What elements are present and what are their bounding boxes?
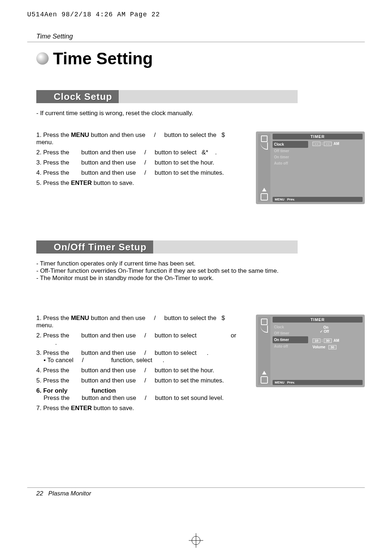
title-row: Time Setting [36, 49, 365, 68]
osd-header: TIMER [273, 134, 363, 139]
osd-icon-gear [261, 376, 268, 384]
osd-on-label: On [323, 325, 363, 329]
osd-sidebar [258, 134, 270, 202]
t: ENTER [71, 405, 92, 412]
t: button to select the [163, 315, 218, 321]
osd-off-label: Off [324, 329, 329, 333]
timer-steps: 1. Press the MENU button and then use / … [36, 315, 245, 415]
osd-icon-curve [261, 142, 268, 150]
osd-menu: Clock Off timer On timer Auto off [273, 141, 309, 195]
page-title: Time Setting [53, 49, 153, 68]
t: button and then use [80, 394, 138, 401]
osd-panel-clock: TIMER Clock Off timer On timer Auto off … [256, 131, 365, 204]
osd-menu-selected: On timer [273, 336, 308, 343]
t: / [145, 394, 147, 401]
t: / [144, 159, 146, 166]
t: • To cancel [44, 357, 75, 364]
step-4: 4. Press the button and then use / butto… [36, 367, 245, 374]
t: / [144, 367, 146, 374]
step-1: 1. Press the MENU button and then use / … [36, 315, 245, 329]
osd-hh: - - [313, 142, 320, 146]
step-5: 5. Press the button and then use / butto… [36, 377, 245, 384]
t: . [215, 149, 217, 156]
t: . [55, 339, 57, 346]
t: 2. Press the [36, 149, 71, 156]
t: button to set the hour. [153, 159, 214, 166]
t: &* [202, 149, 208, 156]
clock-intro-item: If current time setting is wrong, reset … [36, 110, 365, 117]
step-5: 5. Press the ENTER button to save. [36, 179, 245, 187]
step-1: 1. Press the MENU button and then use / … [36, 131, 245, 146]
osd-icon-curve [261, 325, 268, 333]
t: 3. Press the [36, 159, 71, 166]
osd-menu-item: On timer [273, 154, 309, 160]
t: button and then use [79, 169, 138, 176]
t: button to select [153, 149, 198, 156]
bullet-disc-icon [36, 52, 49, 65]
running-title: Time Setting [27, 33, 365, 42]
osd-footer: MENU Prev. [273, 197, 363, 202]
t: button and then use [79, 332, 138, 339]
osd-sep: : [322, 142, 323, 146]
t: / [144, 377, 146, 384]
osd-icon-square [261, 318, 268, 325]
section-bar-timer: On/Off Timer Setup [36, 240, 298, 254]
t: button to save. [92, 405, 134, 412]
t: menu. [36, 322, 53, 329]
t: 6. For only [36, 387, 69, 394]
manual-page: U514Aen 98/2/18 4:26 AM Page 22 Time Set… [0, 0, 392, 555]
clock-steps: 1. Press the MENU button and then use / … [36, 131, 245, 190]
t: Press the [44, 394, 72, 401]
t: / [82, 357, 84, 364]
osd-icon-gear [261, 193, 268, 200]
t: button to set the minutes. [153, 377, 224, 384]
t: button and then use [79, 367, 138, 374]
osd-hh: 10 [313, 339, 320, 343]
osd-footer-prev: Prev. [287, 198, 295, 201]
step-4: 4. Press the button and then use / butto… [36, 169, 245, 177]
osd-menu-item: Auto off [273, 343, 309, 349]
t: 1. Press the [36, 315, 71, 321]
clock-content-row: 1. Press the MENU button and then use / … [36, 131, 365, 204]
step-3: 3. Press the button and then use / butto… [36, 349, 245, 364]
osd-volume-label: Volume [313, 345, 325, 349]
osd-menu-item: Off timer [273, 148, 309, 154]
running-title-row: Time Setting [27, 33, 365, 42]
t: MENU [71, 131, 89, 138]
t: button and then use [79, 159, 138, 166]
t: $ [221, 315, 225, 321]
page-number: 22 [36, 490, 43, 497]
osd-footer-menu: MENU [275, 381, 285, 384]
t: 2. Press the [36, 332, 71, 339]
timer-intro-item: The Monitor must be in standby mode for … [36, 275, 365, 282]
osd-mm: - - [324, 142, 332, 146]
clock-intro-list: If current time setting is wrong, reset … [36, 110, 365, 117]
t: 5. Press the [36, 377, 71, 384]
timer-content-row: 1. Press the MENU button and then use / … [36, 315, 365, 415]
t: button to select [153, 349, 198, 356]
t: 4. Press the [36, 367, 71, 374]
osd-mm: 30 [324, 339, 332, 343]
timer-intro-item: Timer function operates only if current … [36, 260, 365, 267]
step-3: 3. Press the button and then use / butto… [36, 159, 245, 166]
osd-icon-tri [261, 369, 268, 376]
t: button and then use [79, 149, 138, 156]
t: button and then use [89, 131, 147, 138]
section-bar-clock: Clock Setup [36, 90, 298, 103]
t: or [229, 332, 236, 339]
osd-right: On ✓Off 10 : 30 AM Volume 30 [309, 324, 363, 378]
step-2: 2. Press the button and then use / butto… [36, 332, 245, 347]
t: 7. Press the [36, 405, 71, 412]
osd-icon-tri [261, 186, 268, 193]
osd-footer-menu: MENU [275, 198, 285, 201]
t: function [90, 387, 116, 394]
step-6: 6. For only function Press the button an… [36, 387, 245, 402]
t: MENU [71, 315, 89, 321]
osd-menu: Clock Off timer On timer Auto off [273, 324, 309, 378]
osd-menu-item: Clock [273, 324, 309, 330]
check-icon: ✓ [320, 329, 323, 333]
t: / [144, 149, 146, 156]
step-7: 7. Press the ENTER button to save. [36, 405, 245, 412]
section-title-clock: Clock Setup [54, 91, 112, 102]
t: / [144, 169, 146, 176]
